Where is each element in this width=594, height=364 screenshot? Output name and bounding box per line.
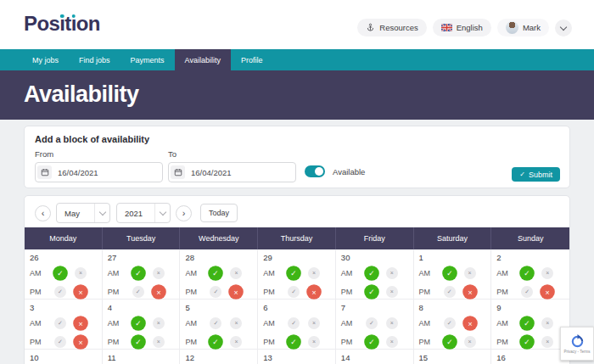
set-available-button[interactable]: ✓ bbox=[131, 316, 146, 331]
set-available-button[interactable]: ✓ bbox=[444, 317, 456, 329]
set-available-button[interactable]: ✓ bbox=[210, 317, 221, 329]
weekday-header: Monday bbox=[25, 227, 103, 249]
set-unavailable-button[interactable]: × bbox=[464, 336, 476, 348]
today-button[interactable]: Today bbox=[200, 204, 238, 222]
set-available-button[interactable]: ✓ bbox=[444, 286, 456, 298]
previous-month-button[interactable]: ‹ bbox=[35, 205, 51, 221]
submit-button[interactable]: ✓ Submit bbox=[512, 167, 560, 182]
set-unavailable-button[interactable]: × bbox=[541, 317, 553, 329]
day-number: 2 bbox=[496, 253, 569, 262]
pm-slot-row: PM ✓ × bbox=[263, 283, 335, 300]
set-available-button[interactable]: ✓ bbox=[364, 284, 379, 300]
pm-slot-row: PM ✓ × bbox=[185, 283, 257, 300]
set-available-button[interactable]: ✓ bbox=[286, 266, 301, 281]
set-available-button[interactable]: ✓ bbox=[519, 334, 535, 350]
set-unavailable-button[interactable]: × bbox=[73, 334, 88, 350]
set-available-button[interactable]: ✓ bbox=[131, 266, 146, 281]
set-available-button[interactable]: ✓ bbox=[364, 334, 379, 350]
chevron-down-icon bbox=[154, 204, 170, 222]
logo-i-dot: ı bbox=[59, 12, 64, 35]
set-unavailable-button[interactable]: × bbox=[73, 316, 88, 331]
nav-tab[interactable]: My jobs bbox=[22, 49, 69, 70]
set-unavailable-button[interactable]: × bbox=[153, 317, 165, 329]
pm-label: PM bbox=[108, 288, 132, 296]
pm-slot-row: PM ✓ × bbox=[341, 333, 413, 350]
user-menu-button[interactable]: Mark bbox=[497, 19, 549, 36]
set-unavailable-button[interactable]: × bbox=[306, 284, 322, 300]
set-available-button[interactable]: ✓ bbox=[53, 266, 68, 281]
set-available-button[interactable]: ✓ bbox=[131, 334, 146, 350]
set-unavailable-button[interactable]: × bbox=[308, 317, 320, 329]
day-cell: 13 AM ✓ × PM ✓ × bbox=[258, 350, 336, 364]
nav-tab[interactable]: Find jobs bbox=[69, 49, 120, 70]
nav-tab[interactable]: Profile bbox=[231, 49, 273, 70]
day-number: 6 bbox=[263, 303, 335, 312]
to-date-input[interactable]: 16/04/2021 bbox=[168, 162, 296, 182]
set-unavailable-button[interactable]: × bbox=[540, 284, 555, 300]
calendar-controls: ‹ May 2021 › Today bbox=[35, 203, 238, 223]
resources-label: Resources bbox=[379, 23, 417, 32]
set-unavailable-button[interactable]: × bbox=[73, 284, 88, 300]
logo-text: on bbox=[76, 12, 100, 35]
language-button[interactable]: English bbox=[433, 19, 491, 36]
set-available-button[interactable]: ✓ bbox=[364, 266, 379, 281]
set-available-button[interactable]: ✓ bbox=[209, 266, 224, 281]
set-unavailable-button[interactable]: × bbox=[462, 316, 478, 331]
set-available-button[interactable]: ✓ bbox=[132, 286, 144, 298]
set-available-button[interactable]: ✓ bbox=[288, 286, 300, 298]
set-unavailable-button[interactable]: × bbox=[75, 267, 87, 279]
set-unavailable-button[interactable]: × bbox=[151, 284, 166, 300]
set-unavailable-button[interactable]: × bbox=[386, 317, 398, 329]
set-available-button[interactable]: ✓ bbox=[288, 317, 300, 329]
am-slot-row: AM ✓ × bbox=[496, 265, 569, 281]
set-available-button[interactable]: ✓ bbox=[442, 266, 457, 281]
pm-slot-row: PM ✓ × bbox=[496, 333, 569, 350]
am-label: AM bbox=[341, 269, 366, 277]
set-unavailable-button[interactable]: × bbox=[229, 284, 244, 300]
set-unavailable-button[interactable]: × bbox=[386, 336, 398, 348]
set-available-button[interactable]: ✓ bbox=[519, 266, 535, 281]
position-logo[interactable]: Posıtıon bbox=[24, 12, 100, 36]
day-number: 16 bbox=[496, 353, 569, 362]
set-available-button[interactable]: ✓ bbox=[54, 286, 66, 298]
set-available-button[interactable]: ✓ bbox=[521, 286, 533, 298]
from-date-input[interactable]: 16/04/2021 bbox=[35, 162, 163, 182]
set-available-button[interactable]: ✓ bbox=[519, 316, 535, 331]
set-available-button[interactable]: ✓ bbox=[286, 334, 301, 350]
year-select[interactable]: 2021 bbox=[116, 203, 171, 223]
set-unavailable-button[interactable]: × bbox=[230, 336, 242, 348]
month-select[interactable]: May bbox=[56, 203, 110, 223]
set-unavailable-button[interactable]: × bbox=[230, 267, 242, 279]
pm-label: PM bbox=[419, 338, 444, 346]
set-unavailable-button[interactable]: × bbox=[230, 317, 242, 329]
set-unavailable-button[interactable]: × bbox=[386, 286, 398, 298]
set-unavailable-button[interactable]: × bbox=[541, 267, 553, 279]
set-unavailable-button[interactable]: × bbox=[308, 336, 320, 348]
day-cell: 8 AM ✓ × PM ✓ × bbox=[414, 300, 492, 350]
set-available-button[interactable]: ✓ bbox=[209, 334, 224, 350]
set-unavailable-button[interactable]: × bbox=[153, 267, 165, 279]
next-month-button[interactable]: › bbox=[176, 205, 192, 221]
resources-icon bbox=[366, 23, 375, 32]
set-unavailable-button[interactable]: × bbox=[308, 267, 320, 279]
nav-tab[interactable]: Payments bbox=[120, 49, 175, 70]
set-unavailable-button[interactable]: × bbox=[462, 284, 478, 300]
am-label: AM bbox=[30, 269, 54, 277]
recaptcha-badge[interactable]: Privacy - Terms bbox=[560, 327, 594, 361]
set-unavailable-button[interactable]: × bbox=[386, 267, 398, 279]
set-available-button[interactable]: ✓ bbox=[366, 317, 378, 329]
nav-tab[interactable]: Availability bbox=[175, 49, 231, 70]
calendar-grid: 26 AM ✓ × PM ✓ × 27 AM ✓ × bbox=[25, 249, 569, 364]
set-available-button[interactable]: ✓ bbox=[54, 336, 66, 348]
set-unavailable-button[interactable]: × bbox=[541, 336, 553, 348]
available-toggle[interactable] bbox=[305, 165, 325, 177]
set-unavailable-button[interactable]: × bbox=[464, 267, 476, 279]
set-available-button[interactable]: ✓ bbox=[54, 317, 66, 329]
resources-button[interactable]: Resources bbox=[357, 19, 426, 36]
pm-label: PM bbox=[496, 338, 521, 346]
set-available-button[interactable]: ✓ bbox=[442, 334, 457, 350]
set-available-button[interactable]: ✓ bbox=[210, 286, 221, 298]
day-cell: 11 AM ✓ × PM ✓ × bbox=[103, 350, 181, 364]
user-menu-chevron-button[interactable] bbox=[555, 20, 572, 36]
set-unavailable-button[interactable]: × bbox=[153, 336, 165, 348]
